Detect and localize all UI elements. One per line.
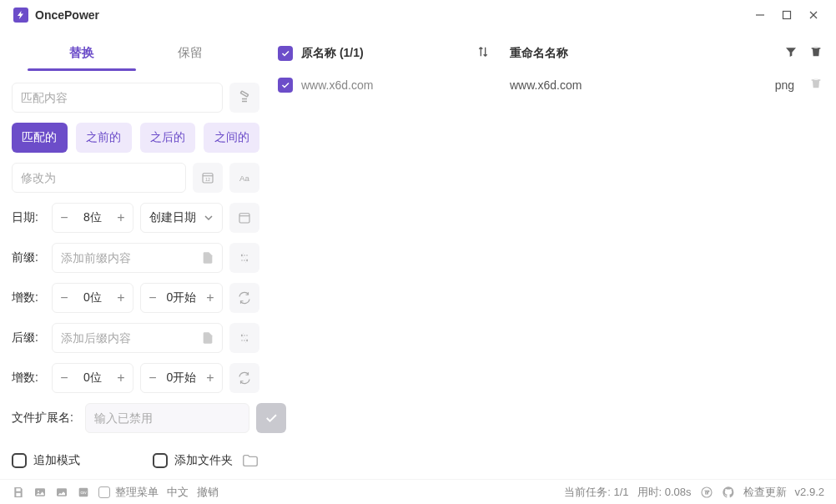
github-icon[interactable] (722, 486, 735, 499)
ext-input (85, 403, 249, 433)
prefix-input[interactable] (52, 243, 223, 273)
close-button[interactable] (808, 9, 819, 21)
status-time: 用时: 0.08s (637, 485, 692, 500)
undo-button[interactable]: 撤销 (197, 485, 219, 500)
case-icon[interactable]: Aa (229, 163, 259, 193)
ext-label: 文件扩展名: (12, 411, 78, 426)
suffix-input[interactable] (52, 323, 223, 353)
append-mode-checkbox[interactable]: 追加模式 (12, 453, 80, 468)
mode-after[interactable]: 之后的 (140, 123, 196, 153)
list-header: 原名称 (1/1) 重命名名称 (278, 37, 823, 70)
cell-original: www.x6d.com (301, 78, 510, 92)
sort-icon[interactable] (476, 45, 490, 62)
app-title: OncePower (35, 8, 99, 22)
cell-ext: png (775, 78, 794, 92)
svg-point-18 (702, 487, 712, 497)
date-digits-stepper[interactable]: − 8位 + (52, 203, 133, 233)
app-logo (13, 8, 28, 23)
tab-keep[interactable]: 保留 (136, 37, 244, 71)
calendar-icon[interactable] (229, 203, 259, 233)
picture-icon[interactable] (55, 486, 68, 499)
prefix-label: 前缀: (12, 250, 45, 265)
row-delete-icon[interactable] (809, 77, 823, 93)
inc-digits-stepper[interactable]: − 0位 + (52, 283, 133, 313)
check-update-button[interactable]: 检查更新 (743, 485, 787, 500)
image-icon[interactable] (33, 486, 47, 499)
mode-between[interactable]: 之间的 (204, 123, 259, 153)
version-label: v2.9.2 (795, 486, 824, 498)
csv-icon[interactable]: csv (77, 486, 90, 499)
date-type-select[interactable]: 创建日期 (140, 203, 223, 233)
lang-button[interactable]: 中文 (167, 485, 189, 500)
cell-renamed: www.x6d.com (510, 78, 775, 92)
titlebar: OncePower (0, 0, 836, 30)
modify-input[interactable] (12, 163, 186, 193)
organize-checkbox[interactable]: 整理菜单 (98, 485, 159, 500)
inc2-start-stepper[interactable]: − 0开始 + (140, 363, 223, 393)
tab-replace[interactable]: 替换 (28, 37, 136, 71)
svg-rect-11 (239, 214, 249, 223)
svg-text:12: 12 (205, 177, 210, 182)
svg-rect-1 (783, 12, 791, 19)
maximize-button[interactable] (781, 9, 793, 21)
minimize-button[interactable] (754, 9, 766, 21)
swap-icon[interactable] (229, 243, 259, 273)
cycle-icon[interactable] (229, 363, 259, 393)
sidebar: 替换 保留 匹配的 之前的 之后的 之间的 12 Aa 日期: − 8位 + (0, 30, 271, 479)
increment-label: 增数: (12, 290, 45, 305)
file-icon (201, 251, 214, 265)
file-icon (201, 331, 214, 345)
cycle-icon[interactable] (229, 283, 259, 313)
status-task: 当前任务: 1/1 (564, 485, 628, 500)
save-icon[interactable] (12, 486, 25, 499)
increment2-label: 增数: (12, 370, 45, 386)
select-all-checkbox[interactable] (278, 46, 293, 61)
suffix-label: 后缀: (12, 330, 45, 345)
inc2-digits-stepper[interactable]: − 0位 + (52, 363, 133, 393)
list-row[interactable]: www.x6d.com www.x6d.com png (278, 70, 823, 100)
date-label: 日期: (12, 210, 45, 225)
gitee-icon[interactable] (700, 486, 713, 499)
file-list: 原名称 (1/1) 重命名名称 www.x6d.com www.x6d.com … (271, 30, 836, 479)
svg-rect-4 (240, 91, 248, 97)
match-input[interactable] (12, 83, 223, 113)
folder-icon (241, 451, 259, 470)
svg-text:Aa: Aa (239, 174, 250, 183)
stepper-minus[interactable]: − (53, 210, 76, 225)
add-folder-checkbox[interactable]: 添加文件夹 (153, 453, 233, 468)
swap-icon[interactable] (229, 323, 259, 353)
stepper-plus[interactable]: + (109, 210, 133, 225)
regex-icon[interactable] (229, 83, 259, 113)
header-original[interactable]: 原名称 (1/1) (301, 46, 476, 61)
date-insert-icon[interactable]: 12 (193, 163, 223, 193)
mode-before[interactable]: 之前的 (76, 123, 132, 153)
header-rename: 重命名名称 (510, 46, 773, 61)
inc-start-stepper[interactable]: − 0开始 + (140, 283, 223, 313)
statusbar: csv 整理菜单 中文 撤销 当前任务: 1/1 用时: 0.08s 检查更新 … (0, 479, 836, 504)
row-checkbox[interactable] (278, 78, 293, 93)
filter-icon[interactable] (784, 45, 798, 62)
svg-point-14 (38, 490, 39, 491)
delete-all-icon[interactable] (809, 45, 823, 62)
svg-text:csv: csv (81, 491, 88, 495)
mode-match[interactable]: 匹配的 (12, 123, 68, 153)
